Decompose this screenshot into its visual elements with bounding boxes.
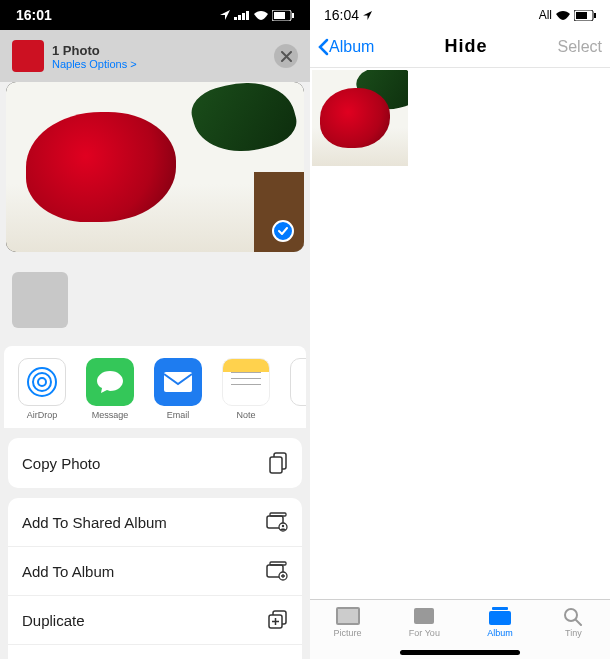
svg-rect-29: [489, 611, 511, 625]
share-apps-row: AirDrop Message Email Note Pro: [4, 346, 306, 428]
tab-label: Album: [487, 628, 513, 638]
wifi-icon: [556, 10, 570, 20]
messages-icon: [95, 368, 125, 396]
shared-album-icon: [266, 512, 288, 532]
tab-label: Tiny: [565, 628, 582, 638]
svg-rect-6: [292, 13, 294, 18]
app-notes[interactable]: Note: [218, 358, 274, 420]
svg-rect-3: [246, 11, 249, 20]
status-icons: [220, 10, 294, 21]
duplicate-icon: [268, 610, 288, 630]
status-time: 16:04: [324, 7, 359, 23]
svg-rect-0: [234, 17, 237, 20]
chevron-left-icon: [318, 38, 329, 56]
status-bar: 16:04 All: [310, 0, 610, 30]
home-indicator[interactable]: [400, 650, 520, 655]
location-icon: [363, 11, 372, 20]
action-label: Add To Album: [22, 563, 114, 580]
selected-badge: [272, 220, 294, 242]
tab-label: For You: [409, 628, 440, 638]
svg-point-7: [38, 378, 46, 386]
action-hide[interactable]: Nascondi: [8, 645, 302, 659]
close-button[interactable]: [274, 44, 298, 68]
svg-rect-24: [576, 12, 587, 19]
svg-rect-5: [274, 12, 285, 19]
app-mail[interactable]: Email: [150, 358, 206, 420]
status-time: 16:01: [16, 7, 52, 23]
svg-rect-14: [270, 513, 286, 516]
svg-rect-12: [270, 457, 282, 473]
page-title: Hide: [444, 36, 487, 57]
tab-foryou[interactable]: For You: [409, 606, 440, 638]
action-duplicate[interactable]: Duplicate: [8, 596, 302, 645]
app-more[interactable]: Pro: [286, 358, 306, 420]
svg-rect-18: [270, 562, 286, 565]
picture-icon: [335, 606, 361, 626]
svg-rect-30: [492, 607, 508, 610]
back-label: Album: [329, 38, 374, 56]
location-icon: [220, 10, 230, 20]
contact-tile[interactable]: [12, 272, 68, 328]
app-label: Note: [236, 410, 255, 420]
photo-content: [6, 82, 304, 252]
svg-point-8: [33, 373, 51, 391]
action-list-primary: Copy Photo: [8, 438, 302, 488]
status-icons: All: [539, 8, 596, 22]
svg-rect-28: [414, 608, 434, 624]
back-button[interactable]: Album: [318, 38, 374, 56]
tab-picture[interactable]: Picture: [334, 606, 362, 638]
svg-rect-10: [164, 372, 192, 392]
notes-icon: [222, 358, 270, 406]
photo-thumbnail[interactable]: [312, 70, 408, 166]
header-thumbnail: [12, 40, 44, 72]
app-label: AirDrop: [27, 410, 58, 420]
select-button[interactable]: Select: [558, 38, 602, 56]
mail-icon: [162, 370, 194, 394]
header-subtitle[interactable]: Naples Options >: [52, 58, 274, 70]
svg-rect-25: [594, 13, 596, 18]
carrier-label: All: [539, 8, 552, 22]
svg-rect-27: [338, 609, 358, 623]
battery-icon: [574, 10, 596, 21]
battery-icon: [272, 10, 294, 21]
add-album-icon: [266, 561, 288, 581]
svg-point-16: [282, 525, 284, 527]
action-label: Copy Photo: [22, 455, 100, 472]
photo-preview[interactable]: [6, 82, 304, 252]
app-messages[interactable]: Message: [82, 358, 138, 420]
action-label: Add To Shared Album: [22, 514, 167, 531]
tab-album[interactable]: Album: [487, 606, 513, 638]
app-label: Email: [167, 410, 190, 420]
share-sheet-header: 1 Photo Naples Options >: [0, 30, 310, 82]
more-icon: [290, 358, 306, 406]
album-icon: [487, 606, 513, 626]
close-icon: [281, 51, 292, 62]
nav-bar: Album Hide Select: [310, 30, 610, 68]
photo-grid: [310, 68, 610, 599]
app-airdrop[interactable]: AirDrop: [14, 358, 70, 420]
copy-icon: [268, 452, 288, 474]
search-icon: [560, 606, 586, 626]
app-label: Message: [92, 410, 129, 420]
action-copy-photo[interactable]: Copy Photo: [8, 438, 302, 488]
svg-rect-1: [238, 15, 241, 20]
header-title: 1 Photo: [52, 43, 274, 58]
signal-icon: [234, 10, 250, 20]
wifi-icon: [254, 10, 268, 20]
check-icon: [278, 227, 288, 235]
svg-rect-2: [242, 13, 245, 20]
tab-label: Picture: [334, 628, 362, 638]
action-add-shared-album[interactable]: Add To Shared Album: [8, 498, 302, 547]
airdrop-icon: [25, 365, 59, 399]
status-bar: 16:01: [0, 0, 310, 30]
contact-suggestions: [0, 262, 310, 346]
tab-search[interactable]: Tiny: [560, 606, 586, 638]
foryou-icon: [411, 606, 437, 626]
action-label: Duplicate: [22, 612, 85, 629]
svg-point-31: [565, 609, 577, 621]
action-add-album[interactable]: Add To Album: [8, 547, 302, 596]
action-list-secondary: Add To Shared Album Add To Album Duplica…: [8, 498, 302, 659]
